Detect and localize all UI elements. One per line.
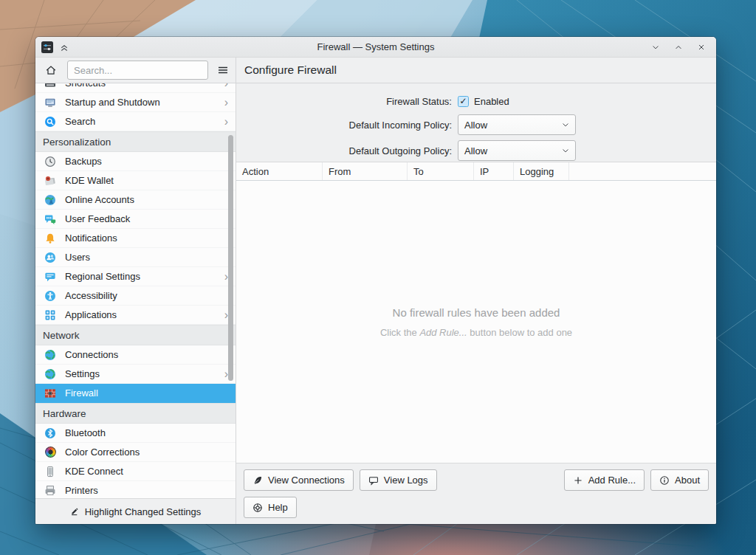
sidebar-item-label: Backups (65, 156, 236, 167)
add-rule-button[interactable]: Add Rule... (564, 469, 645, 491)
printer-icon (44, 485, 56, 497)
highlight-changed-settings-label: Highlight Changed Settings (85, 506, 202, 517)
speech-bubble-icon (368, 475, 379, 486)
sidebar-item-users[interactable]: Users (35, 248, 236, 267)
minimize-button[interactable] (651, 43, 660, 52)
monitor-icon (44, 97, 56, 108)
firewall-icon (44, 387, 56, 399)
sidebar-item-settings[interactable]: Settings› (35, 365, 236, 384)
sidebar-item-user-feedback[interactable]: User Feedback (35, 210, 236, 229)
rules-table-body[interactable]: No firewall rules have been added Click … (236, 181, 716, 463)
sidebar-item-notifications[interactable]: Notifications (35, 229, 236, 248)
sidebar-item-color-corrections[interactable]: Color Corrections (35, 443, 236, 462)
highlight-changed-settings-button[interactable]: Highlight Changed Settings (35, 498, 236, 524)
close-button[interactable] (697, 43, 706, 52)
view-logs-button[interactable]: View Logs (360, 469, 437, 491)
sidebar-section-personalization: Personalization (35, 131, 236, 152)
firewall-status-checkbox[interactable]: ✓ (458, 96, 469, 107)
sidebar-item-kde-connect[interactable]: KDE Connect (35, 462, 236, 481)
view-connections-button[interactable]: View Connections (244, 469, 354, 491)
firewall-status-label: Firewall Status: (236, 96, 458, 107)
system-settings-app-icon[interactable] (41, 41, 53, 53)
plus-icon (573, 475, 583, 486)
sidebar-item-label: Shortcuts (65, 83, 216, 89)
bell-icon (44, 232, 56, 244)
sidebar-item-bluetooth[interactable]: Bluetooth (35, 424, 236, 443)
feedback-icon (44, 213, 56, 225)
firewall-form: Firewall Status: ✓ Enabled Default Incom… (236, 83, 716, 162)
sidebar-scrollbar[interactable] (228, 135, 233, 381)
help-buoy-icon (252, 503, 263, 513)
sidebar-item-label: KDE Wallet (65, 175, 236, 186)
firewall-settings-pane: Firewall Status: ✓ Enabled Default Incom… (236, 83, 716, 524)
help-button[interactable]: Help (244, 497, 297, 518)
sidebar-item-kde-wallet[interactable]: KDE Wallet (35, 171, 236, 190)
system-settings-window: Firewall — System Settings Configure Fir… (35, 37, 716, 524)
sidebar-item-regional-settings[interactable]: Regional Settings› (35, 267, 236, 286)
sidebar-list: Shortcuts›Startup and Shutdown›Search›Pe… (35, 83, 236, 498)
maximize-button[interactable] (674, 43, 683, 52)
sidebar-item-label: Bluetooth (65, 427, 236, 438)
sidebar-item-accessibility[interactable]: Accessibility (35, 286, 236, 306)
page-title: Configure Firewall (244, 63, 337, 77)
online-accounts-icon (44, 194, 56, 206)
chevron-right-icon: › (224, 97, 236, 108)
sidebar-item-connections[interactable]: Connections (35, 345, 236, 365)
sidebar-item-label: Notifications (65, 232, 236, 244)
titlebar[interactable]: Firewall — System Settings (35, 37, 716, 58)
accessibility-icon (44, 290, 56, 302)
outgoing-policy-value: Allow (464, 145, 561, 156)
table-column-empty[interactable] (569, 162, 716, 180)
chevron-right-icon: › (224, 116, 236, 128)
globe-icon (44, 368, 56, 380)
hamburger-menu-button[interactable] (217, 64, 229, 76)
search-input[interactable] (67, 61, 208, 80)
phone-icon (44, 466, 56, 478)
footer-actions: View Connections View Logs Add Rule... (236, 463, 716, 524)
keep-above-icon[interactable] (60, 43, 69, 52)
sidebar-section-hardware: Hardware (35, 403, 236, 424)
incoming-policy-label: Default Incoming Policy: (236, 120, 458, 131)
chevron-right-icon: › (224, 83, 236, 89)
table-column-to[interactable]: To (408, 162, 474, 180)
sidebar-item-search[interactable]: Search› (35, 112, 236, 131)
wallet-icon (44, 175, 56, 187)
sidebar-item-firewall[interactable]: Firewall (35, 384, 236, 403)
outgoing-policy-select[interactable]: Allow (458, 140, 576, 161)
sidebar-item-applications[interactable]: Applications› (35, 306, 236, 325)
firewall-status-value[interactable]: Enabled (474, 96, 509, 107)
table-column-logging[interactable]: Logging (514, 162, 569, 180)
table-column-from[interactable]: From (323, 162, 408, 180)
sidebar-item-label: Online Accounts (65, 194, 236, 205)
clock-icon (44, 156, 56, 168)
about-button[interactable]: About (650, 469, 709, 491)
sidebar-item-shortcuts[interactable]: Shortcuts› (35, 83, 236, 93)
sidebar-item-label: Firewall (65, 387, 236, 399)
table-column-ip[interactable]: IP (474, 162, 514, 180)
bluetooth-icon (44, 427, 56, 439)
highlighter-icon (70, 507, 79, 516)
info-icon (659, 475, 670, 486)
users-icon (44, 252, 56, 263)
sidebar-item-label: Users (65, 252, 236, 263)
incoming-policy-select[interactable]: Allow (458, 114, 576, 135)
sidebar-item-label: Color Corrections (65, 447, 236, 458)
rules-table-header: ActionFromToIPLogging (236, 162, 716, 181)
home-icon (45, 64, 57, 76)
home-button[interactable] (42, 61, 60, 79)
empty-state-title: No firewall rules have been added (393, 306, 560, 319)
incoming-policy-value: Allow (464, 120, 561, 131)
sidebar-item-backups[interactable]: Backups (35, 152, 236, 171)
empty-state-subtitle: Click the Add Rule... button below to ad… (380, 327, 572, 338)
sidebar-item-label: Accessibility (65, 290, 236, 301)
toolbar: Configure Firewall (35, 58, 716, 83)
sidebar-item-printers[interactable]: Printers (35, 481, 236, 498)
table-column-action[interactable]: Action (236, 162, 323, 180)
chevron-down-icon (561, 146, 570, 155)
chevron-down-icon (561, 120, 570, 129)
globe-icon (44, 349, 56, 361)
sidebar-item-label: Search (65, 116, 216, 127)
sidebar-item-startup-and-shutdown[interactable]: Startup and Shutdown› (35, 93, 236, 112)
sidebar-item-online-accounts[interactable]: Online Accounts (35, 190, 236, 210)
window-title: Firewall — System Settings (35, 41, 716, 52)
